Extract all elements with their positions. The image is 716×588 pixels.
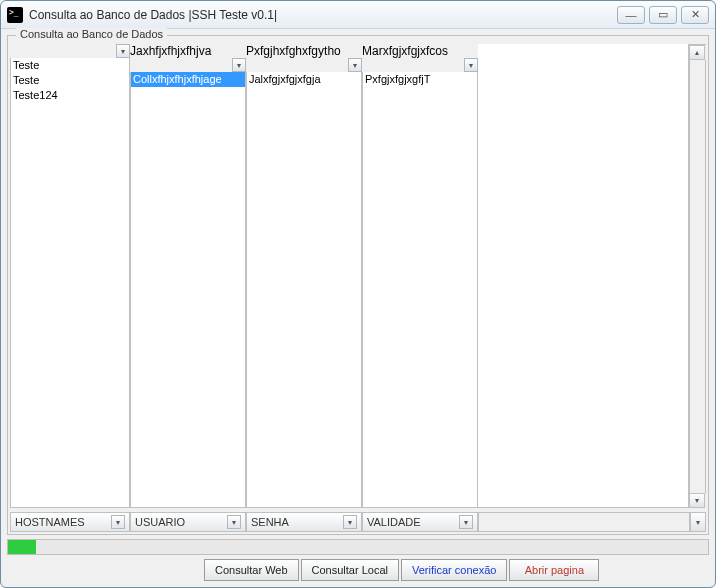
combo-senha[interactable]: SENHA ▾	[246, 512, 362, 532]
column-senha: Pxfgjhxfghxfgytho ▾ Jalxfgjxfgjxfgja	[246, 44, 362, 508]
column-header[interactable]: Jaxhfjxfhjxfhjva ▾	[130, 44, 246, 72]
app-icon	[7, 7, 23, 23]
verificar-conexao-button[interactable]: Verificar conexão	[401, 559, 507, 581]
list-item[interactable]: Collxfhjxfhjxfhjage	[131, 72, 245, 87]
combo-validade[interactable]: VALIDADE ▾	[362, 512, 478, 532]
empty-listbox	[478, 44, 689, 508]
column-hostnames: ▾ Teste Teste Teste124	[10, 44, 130, 508]
footer-filler	[478, 512, 690, 532]
list-item[interactable]: Teste	[11, 73, 129, 88]
consultar-local-button[interactable]: Consultar Local	[301, 559, 399, 581]
list-item[interactable]: Teste124	[11, 88, 129, 103]
chevron-down-icon[interactable]: ▾	[116, 44, 130, 58]
combo-label: HOSTNAMES	[15, 516, 85, 528]
chevron-down-icon[interactable]: ▾	[111, 515, 125, 529]
vertical-scrollbar[interactable]: ▴ ▾	[689, 44, 706, 508]
listbox-validade[interactable]: PxfgjxfgjxgfjT	[362, 72, 478, 508]
minimize-button[interactable]: —	[617, 6, 645, 24]
close-button[interactable]: ✕	[681, 6, 709, 24]
progress-fill	[8, 540, 36, 554]
abrir-pagina-button[interactable]: Abrir pagina	[509, 559, 599, 581]
maximize-button[interactable]: ▭	[649, 6, 677, 24]
window-controls: — ▭ ✕	[617, 6, 709, 24]
app-window: Consulta ao Banco de Dados |SSH Teste v0…	[0, 0, 716, 588]
scroll-down-icon[interactable]: ▾	[689, 493, 705, 508]
scroll-track[interactable]	[689, 60, 706, 493]
columns-container: ▾ Teste Teste Teste124 Jaxhfjxfhjxfhjva …	[8, 36, 708, 510]
scroll-down-icon[interactable]: ▾	[690, 512, 706, 532]
chevron-down-icon[interactable]: ▾	[227, 515, 241, 529]
combo-label: VALIDADE	[367, 516, 421, 528]
chevron-down-icon[interactable]: ▾	[232, 58, 246, 72]
footer-combos: HOSTNAMES ▾ USUARIO ▾ SENHA ▾ VALIDADE ▾…	[8, 510, 708, 534]
scroll-up-icon[interactable]: ▴	[689, 45, 705, 60]
window-title: Consulta ao Banco de Dados |SSH Teste v0…	[29, 8, 617, 22]
progress-bar	[7, 539, 709, 555]
column-filler	[478, 44, 689, 508]
column-header[interactable]: Marxfgjxfgjxfcos ▾	[362, 44, 478, 72]
listbox-usuario[interactable]: Collxfhjxfhjxfhjage	[130, 72, 246, 508]
combo-label: SENHA	[251, 516, 289, 528]
combo-label: USUARIO	[135, 516, 185, 528]
list-item[interactable]: Teste	[11, 58, 129, 73]
listbox-hostnames[interactable]: Teste Teste Teste124	[10, 58, 130, 508]
chevron-down-icon[interactable]: ▾	[348, 58, 362, 72]
button-row: Consultar Web Consultar Local Verificar …	[5, 555, 711, 583]
chevron-down-icon[interactable]: ▾	[464, 58, 478, 72]
column-header[interactable]: Pxfgjhxfghxfgytho ▾	[246, 44, 362, 72]
titlebar[interactable]: Consulta ao Banco de Dados |SSH Teste v0…	[1, 1, 715, 29]
column-validade: Marxfgjxfgjxfcos ▾ PxfgjxfgjxgfjT	[362, 44, 478, 508]
chevron-down-icon[interactable]: ▾	[459, 515, 473, 529]
maximize-icon: ▭	[658, 8, 668, 21]
listbox-senha[interactable]: Jalxfgjxfgjxfgja	[246, 72, 362, 508]
column-usuario: Jaxhfjxfhjxfhjva ▾ Collxfhjxfhjxfhjage	[130, 44, 246, 508]
column-header-text: Marxfgjxfgjxfcos	[362, 44, 448, 58]
column-header-text: Jaxhfjxfhjxfhjva	[130, 44, 211, 58]
client-area: Consulta ao Banco de Dados ▾ Teste Teste…	[5, 33, 711, 583]
consultar-web-button[interactable]: Consultar Web	[204, 559, 299, 581]
combo-hostnames[interactable]: HOSTNAMES ▾	[10, 512, 130, 532]
chevron-down-icon[interactable]: ▾	[343, 515, 357, 529]
column-header[interactable]: ▾	[10, 44, 130, 58]
list-item[interactable]: Jalxfgjxfgjxfgja	[247, 72, 361, 87]
groupbox: Consulta ao Banco de Dados ▾ Teste Teste…	[7, 35, 709, 535]
minimize-icon: —	[626, 9, 637, 21]
combo-usuario[interactable]: USUARIO ▾	[130, 512, 246, 532]
column-header-text: Pxfgjhxfghxfgytho	[246, 44, 341, 58]
button-spacer	[7, 559, 202, 581]
list-item[interactable]: PxfgjxfgjxgfjT	[363, 72, 477, 87]
close-icon: ✕	[691, 8, 700, 21]
